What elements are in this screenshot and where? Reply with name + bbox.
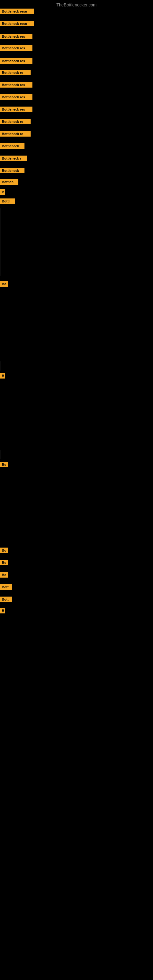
bottleneck-button-17[interactable]: Bottl bbox=[0, 199, 15, 204]
bottleneck-button-10[interactable]: Bottleneck re bbox=[0, 119, 30, 124]
bottleneck-button-11[interactable]: Bottleneck re bbox=[0, 131, 30, 137]
bottleneck-button-18[interactable]: Bo bbox=[0, 281, 8, 286]
bottleneck-button-5[interactable]: Bottleneck res bbox=[0, 58, 32, 64]
bottleneck-button-24[interactable]: Bott bbox=[0, 584, 12, 590]
vertical-line-3 bbox=[1, 361, 1, 371]
bottleneck-button-15[interactable]: Bottlen bbox=[0, 179, 18, 185]
bottleneck-button-25[interactable]: Bott bbox=[0, 597, 12, 602]
bottleneck-button-6[interactable]: Bottleneck re bbox=[0, 70, 30, 75]
vertical-line-4 bbox=[1, 450, 1, 460]
bottleneck-button-20[interactable]: Bo bbox=[0, 462, 8, 467]
bottleneck-button-22[interactable]: Bo bbox=[0, 560, 8, 565]
bottleneck-button-12[interactable]: Bottleneck bbox=[0, 143, 24, 149]
bottleneck-button-9[interactable]: Bottleneck res bbox=[0, 107, 32, 112]
bottleneck-button-8[interactable]: Bottleneck res bbox=[0, 94, 32, 100]
bottleneck-button-13[interactable]: Bottleneck r bbox=[0, 156, 27, 161]
bottleneck-button-4[interactable]: Bottleneck res bbox=[0, 45, 32, 51]
bottleneck-button-14[interactable]: Bottleneck bbox=[0, 168, 24, 173]
bottleneck-button-23[interactable]: Bo bbox=[0, 572, 8, 578]
bottleneck-button-19[interactable]: B bbox=[0, 373, 5, 379]
bottleneck-button-16[interactable]: B bbox=[0, 189, 5, 195]
bottleneck-button-26[interactable]: B bbox=[0, 608, 5, 613]
vertical-line-2 bbox=[1, 221, 1, 275]
bottleneck-button-7[interactable]: Bottleneck res bbox=[0, 82, 32, 88]
bottleneck-button-1[interactable]: Bottleneck resu bbox=[0, 9, 33, 14]
bottleneck-button-21[interactable]: Bo bbox=[0, 547, 8, 553]
bottleneck-button-2[interactable]: Bottleneck resu bbox=[0, 21, 33, 26]
bottleneck-button-3[interactable]: Bottleneck res bbox=[0, 34, 32, 39]
